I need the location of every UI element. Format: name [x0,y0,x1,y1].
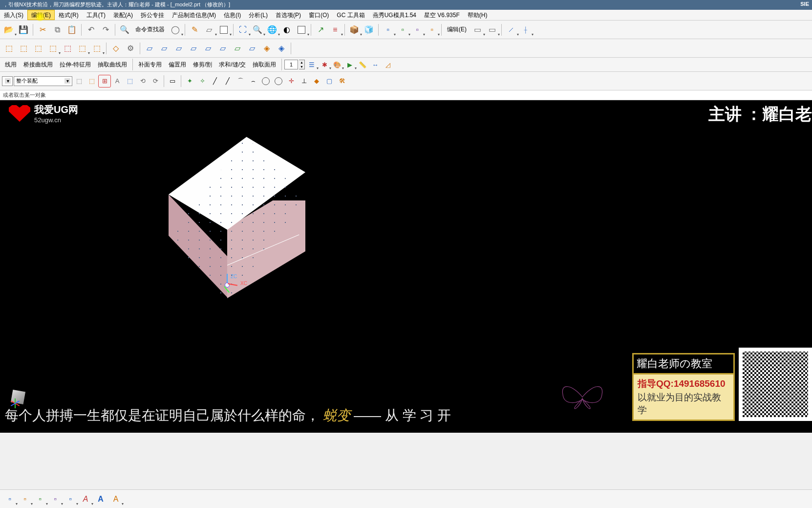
mold7-icon[interactable]: ⬚▾ [90,42,104,55]
menu-chaigong[interactable]: 拆公专挂 [137,10,168,20]
snap-center-icon[interactable]: ✛ [285,75,297,87]
surf10-icon[interactable]: ◈ [275,42,288,55]
command-finder-label[interactable]: 命令查找器 [132,24,168,35]
menu-yanxiu-mold[interactable]: 燕秀UG模具1.54 [369,10,420,20]
save-icon[interactable]: 💾 [17,23,30,37]
command-finder-icon[interactable]: 🔍 [118,23,131,37]
swatch-dd-icon[interactable]: ▭▾ [470,23,484,37]
menu-assembly[interactable]: 装配(A) [109,10,137,20]
snap-endpoint-icon[interactable]: ✦ [184,75,195,87]
sel1-icon[interactable]: ⬚ [73,75,85,87]
angle-icon[interactable]: ◿ [382,59,394,70]
snap-line2-icon[interactable]: ╱ [222,75,234,87]
sheet1-icon[interactable]: ◇ [109,42,123,55]
block2-icon[interactable]: ▫▾ [396,23,409,37]
sel3-icon[interactable]: ⊞ [99,75,110,87]
redo-icon[interactable]: ↷ [99,23,112,37]
assembly-scope-combo[interactable]: 整个装配 [14,76,72,86]
surf5-icon[interactable]: ▱ [201,42,215,55]
surf3-icon[interactable]: ▱ [172,42,186,55]
snap-line1-icon[interactable]: ╱ [209,75,221,87]
snap-quad-icon[interactable]: ◆ [311,75,322,87]
play-icon[interactable]: ▶▾ [344,59,356,70]
datum-plane-icon[interactable]: ▱▾ [202,23,216,37]
mold2-icon[interactable]: ⬚ [17,42,30,55]
text-a3-icon[interactable]: A▾ [109,492,123,506]
row3-item-7[interactable]: 求和/缝/交 [216,59,249,70]
fit-view-icon[interactable]: ⛶▾ [236,23,250,37]
menu-analysis[interactable]: 分析(L) [245,10,272,20]
mold5-icon[interactable]: ⬚ [61,42,74,55]
list-icon[interactable]: ☰▾ [306,59,318,70]
bt3-icon[interactable]: ▫▾ [33,492,47,506]
block1-icon[interactable]: ▫▾ [381,23,395,37]
menu-gc-toolbox[interactable]: GC 工具箱 [333,10,368,20]
snap-circle1-icon[interactable] [260,75,272,87]
layer-icon[interactable]: ≡▾ [328,23,342,37]
sheet2-icon[interactable]: ⚙ [124,42,137,55]
menu-help[interactable]: 帮助(H) [464,10,491,20]
row3-item-5[interactable]: 偏置用 [166,59,189,70]
row3-item-0[interactable]: 线用 [2,59,20,70]
menu-tools[interactable]: 工具(T) [83,10,109,20]
snap-circle2-icon[interactable] [273,75,284,87]
copy-icon[interactable]: ⧉ [50,23,64,37]
menu-format[interactable]: 格式(R) [55,10,83,20]
ruler-icon[interactable]: 📏 [357,59,368,70]
paste-icon[interactable]: 📋 [65,23,79,37]
sel2-icon[interactable]: ⬚ [86,75,98,87]
snap-tool-icon[interactable]: 🛠 [336,75,348,87]
ellipse-tool-icon[interactable]: ◯▾ [169,23,182,37]
snap-box-icon[interactable]: ▢ [323,75,335,87]
snap-tangent-icon[interactable]: ⌢ [247,75,259,87]
row3-item-8[interactable]: 抽取面用 [250,59,279,70]
row3-item-3[interactable]: 抽取曲线用 [95,59,130,70]
surf2-icon[interactable]: ▱ [157,42,171,55]
mold1-icon[interactable]: ⬚ [2,42,16,55]
undo-icon[interactable]: ↶ [84,23,98,37]
pattern-icon[interactable]: ✱▾ [319,59,330,70]
menu-window[interactable]: 窗口(O) [305,10,333,20]
surf9-icon[interactable]: ◈ [260,42,274,55]
wcs-icon[interactable]: ↗ [314,23,327,37]
assembly2-icon[interactable]: 🧊 [362,23,376,37]
surf7-icon[interactable]: ▱ [231,42,244,55]
menu-insert[interactable]: 插入(S) [0,10,27,20]
sel6-icon[interactable]: ⟲ [137,75,149,87]
sketch-icon[interactable]: ✎ [188,23,201,37]
wire2-icon[interactable]: ⟊▾ [519,23,533,37]
bt2-icon[interactable]: ▫▾ [18,492,32,506]
bt4-icon[interactable]: ▫▾ [48,492,62,506]
surf6-icon[interactable]: ▱ [216,42,230,55]
shaded-icon[interactable]: ◐ [280,23,294,37]
row3-item-4[interactable]: 补面专用 [135,59,165,70]
snap-mid-icon[interactable]: ✧ [196,75,208,87]
swatch2-dd-icon[interactable]: ▭▾ [485,23,499,37]
zoom-icon[interactable]: 🔍▾ [251,23,264,37]
row3-item-1[interactable]: 桥接曲线用 [21,59,56,70]
row3-spinner[interactable]: ▲▼ [299,60,305,69]
text-a2-icon[interactable]: A [94,492,107,506]
snap-arc-icon[interactable]: ⌒ [235,75,246,87]
sel5-icon[interactable]: ⬚ [124,75,136,87]
snap-perp-icon[interactable]: ⊥ [298,75,310,87]
surf4-icon[interactable]: ▱ [187,42,200,55]
assembly-combo-small[interactable] [2,76,13,86]
graphics-viewport[interactable]: 我爱UG网 52ugw.cn 主讲 ：耀白老 ZC XC 每个人拼搏一生都仅是在… [0,100,812,433]
bt5-icon[interactable]: ▫▾ [64,492,77,506]
cut-icon[interactable]: ✂ [36,23,49,37]
menu-edit[interactable]: 编辑(E) [27,10,55,20]
mold4-icon[interactable]: ⬚▾ [46,42,60,55]
open-icon[interactable]: 📂▾ [2,23,16,37]
sel7-icon[interactable]: ⟳ [150,75,161,87]
mold6-icon[interactable]: ⬚▾ [75,42,89,55]
block3-icon[interactable]: ▫▾ [410,23,424,37]
assembly1-icon[interactable]: 📦▾ [347,23,361,37]
palette-icon[interactable]: 🎨▾ [331,59,343,70]
dim-icon[interactable]: ↔ [369,59,381,70]
box-dd-icon[interactable]: ▾ [217,23,231,37]
mold3-icon[interactable]: ⬚ [31,42,45,55]
row3-item-2[interactable]: 拉伸-特征用 [57,59,94,70]
globe-icon[interactable]: 🌐▾ [265,23,279,37]
toolbar-edit-label[interactable]: 编辑(E) [444,24,470,35]
